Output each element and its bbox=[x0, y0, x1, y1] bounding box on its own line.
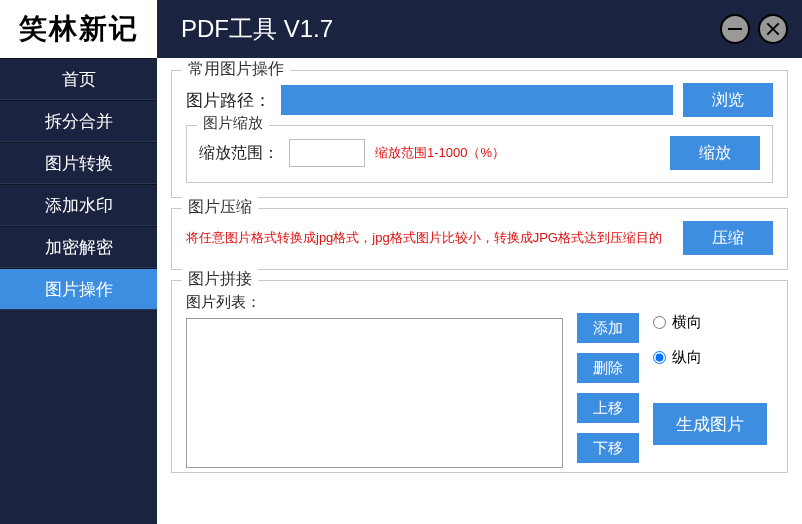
sidebar-item-watermark[interactable]: 添加水印 bbox=[0, 184, 157, 226]
radio-vertical[interactable]: 纵向 bbox=[653, 348, 767, 367]
sidebar-item-split-merge[interactable]: 拆分合并 bbox=[0, 100, 157, 142]
radio-horizontal[interactable]: 横向 bbox=[653, 313, 767, 332]
group-scale: 图片缩放 缩放范围： 缩放范围1-1000（%） 缩放 bbox=[186, 125, 773, 183]
list-label: 图片列表： bbox=[186, 293, 563, 312]
scale-input[interactable] bbox=[289, 139, 365, 167]
close-button[interactable] bbox=[758, 14, 788, 44]
radio-vertical-label: 纵向 bbox=[672, 348, 702, 367]
compress-desc: 将任意图片格式转换成jpg格式，jpg格式图片比较小，转换成JPG格式达到压缩目… bbox=[186, 229, 673, 247]
group-common-image-ops: 常用图片操作 图片路径： 浏览 图片缩放 缩放范围： 缩放范围1-1000（%）… bbox=[171, 70, 788, 198]
sidebar-item-home[interactable]: 首页 bbox=[0, 58, 157, 100]
radio-vertical-input[interactable] bbox=[653, 351, 666, 364]
radio-horizontal-label: 横向 bbox=[672, 313, 702, 332]
path-label: 图片路径： bbox=[186, 89, 271, 112]
titlebar: 笑林新记 PDF工具 V1.7 bbox=[0, 0, 802, 58]
minimize-button[interactable] bbox=[720, 14, 750, 44]
window-controls bbox=[720, 14, 802, 44]
browse-button[interactable]: 浏览 bbox=[683, 83, 773, 117]
app-logo: 笑林新记 bbox=[0, 0, 157, 58]
content-area: 常用图片操作 图片路径： 浏览 图片缩放 缩放范围： 缩放范围1-1000（%）… bbox=[157, 58, 802, 524]
group-title-stitch: 图片拼接 bbox=[182, 269, 258, 290]
group-compress: 图片压缩 将任意图片格式转换成jpg格式，jpg格式图片比较小，转换成JPG格式… bbox=[171, 208, 788, 270]
group-stitch: 图片拼接 图片列表： 添加 删除 上移 下移 横向 bbox=[171, 280, 788, 473]
sidebar-item-convert[interactable]: 图片转换 bbox=[0, 142, 157, 184]
generate-button[interactable]: 生成图片 bbox=[653, 403, 767, 445]
radio-horizontal-input[interactable] bbox=[653, 316, 666, 329]
sidebar: 首页 拆分合并 图片转换 添加水印 加密解密 图片操作 bbox=[0, 58, 157, 524]
sidebar-item-encrypt[interactable]: 加密解密 bbox=[0, 226, 157, 268]
scale-label: 缩放范围： bbox=[199, 143, 279, 164]
app-title: PDF工具 V1.7 bbox=[181, 13, 720, 45]
sidebar-item-image-ops[interactable]: 图片操作 bbox=[0, 268, 157, 310]
group-title-compress: 图片压缩 bbox=[182, 197, 258, 218]
move-down-button[interactable]: 下移 bbox=[577, 433, 639, 463]
scale-button[interactable]: 缩放 bbox=[670, 136, 760, 170]
path-input[interactable] bbox=[281, 85, 673, 115]
image-list[interactable] bbox=[186, 318, 563, 468]
add-button[interactable]: 添加 bbox=[577, 313, 639, 343]
move-up-button[interactable]: 上移 bbox=[577, 393, 639, 423]
delete-button[interactable]: 删除 bbox=[577, 353, 639, 383]
scale-hint: 缩放范围1-1000（%） bbox=[375, 144, 660, 162]
group-title-scale: 图片缩放 bbox=[197, 114, 269, 133]
group-title-common: 常用图片操作 bbox=[182, 59, 290, 80]
compress-button[interactable]: 压缩 bbox=[683, 221, 773, 255]
